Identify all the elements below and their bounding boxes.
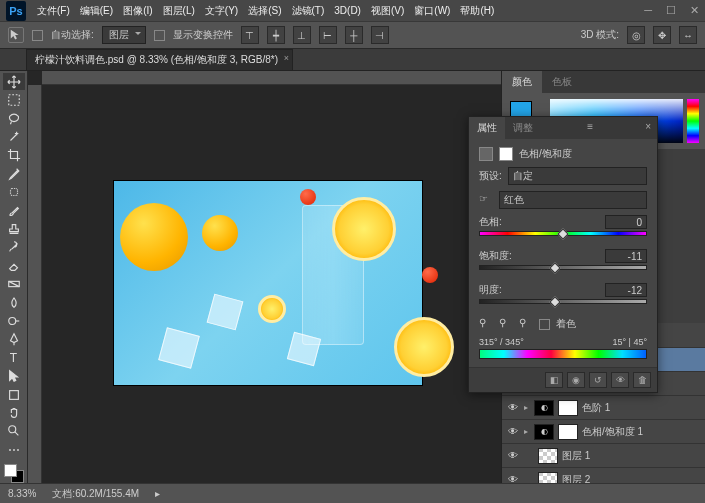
menu-layer[interactable]: 图层(L) xyxy=(158,4,200,18)
mode-3d-label: 3D 模式: xyxy=(581,28,619,42)
menu-3d[interactable]: 3D(D) xyxy=(329,5,366,16)
menu-edit[interactable]: 编辑(E) xyxy=(75,4,118,18)
align-vcenter-icon[interactable]: ┿ xyxy=(267,26,285,44)
svg-point-5 xyxy=(8,426,15,433)
range-gradient[interactable] xyxy=(479,349,647,359)
delete-adjustment-icon[interactable]: 🗑 xyxy=(633,372,651,388)
color-wells[interactable] xyxy=(4,464,24,483)
clip-to-layer-icon[interactable]: ◧ xyxy=(545,372,563,388)
menu-help[interactable]: 帮助(H) xyxy=(455,4,499,18)
3d-pan-icon[interactable]: ✥ xyxy=(653,26,671,44)
eyedropper-tool[interactable] xyxy=(3,165,25,182)
show-transform-check[interactable] xyxy=(154,30,165,41)
menu-view[interactable]: 视图(V) xyxy=(366,4,409,18)
menu-file[interactable]: 文件(F) xyxy=(32,4,75,18)
sat-value[interactable]: -11 xyxy=(605,249,647,263)
path-select-tool[interactable] xyxy=(3,368,25,385)
menu-window[interactable]: 窗口(W) xyxy=(409,4,455,18)
align-top-icon[interactable]: ⊤ xyxy=(241,26,259,44)
menu-filter[interactable]: 滤镜(T) xyxy=(287,4,330,18)
status-arrow-icon[interactable]: ▸ xyxy=(155,488,160,499)
window-maximize-icon[interactable]: ☐ xyxy=(666,4,676,17)
collapse-arrow-icon[interactable]: ▸ xyxy=(524,427,528,436)
move-tool-icon[interactable] xyxy=(8,27,24,43)
finger-icon[interactable]: ☞ xyxy=(479,193,493,207)
dodge-tool[interactable] xyxy=(3,312,25,329)
marquee-tool[interactable] xyxy=(3,91,25,108)
menu-image[interactable]: 图像(I) xyxy=(118,4,157,18)
lasso-tool[interactable] xyxy=(3,110,25,127)
layer-row[interactable]: 👁▸◐色阶 1 xyxy=(502,396,705,420)
crop-tool[interactable] xyxy=(3,147,25,164)
tab-swatches[interactable]: 色板 xyxy=(542,71,582,93)
canvas-image xyxy=(394,317,454,377)
eyedropper-plus-icon[interactable]: ⚲ xyxy=(499,317,513,331)
blur-tool[interactable] xyxy=(3,294,25,311)
reset-icon[interactable]: ↺ xyxy=(589,372,607,388)
close-tab-icon[interactable]: × xyxy=(284,53,289,63)
hue-slider[interactable] xyxy=(479,231,647,241)
window-minimize-icon[interactable]: ─ xyxy=(644,4,652,17)
window-close-icon[interactable]: ✕ xyxy=(690,4,699,17)
visibility-eye-icon[interactable]: 👁 xyxy=(506,426,520,437)
stamp-tool[interactable] xyxy=(3,220,25,237)
panel-close-icon[interactable]: × xyxy=(639,117,657,139)
status-bar: 8.33% 文档:60.2M/155.4M ▸ xyxy=(0,483,705,503)
visibility-eye-icon[interactable]: 👁 xyxy=(506,450,520,461)
collapse-arrow-icon[interactable]: ▸ xyxy=(524,403,528,412)
layer-row[interactable]: 👁图层 1 xyxy=(502,444,705,468)
menu-type[interactable]: 文字(Y) xyxy=(200,4,243,18)
type-tool[interactable]: T xyxy=(3,349,25,366)
move-tool[interactable] xyxy=(3,73,25,90)
channel-dropdown[interactable]: 红色 xyxy=(499,191,647,209)
properties-panel: 属性 调整 ≡ × 色相/饱和度 预设: 自定 ☞ 红色 色相:0 饱和度:-1… xyxy=(468,116,658,393)
hue-label: 色相: xyxy=(479,215,502,229)
zoom-tool[interactable] xyxy=(3,423,25,440)
panel-menu-icon[interactable]: ≡ xyxy=(581,117,599,139)
brush-tool[interactable] xyxy=(3,202,25,219)
eyedropper-minus-icon[interactable]: ⚲ xyxy=(519,317,533,331)
layer-row[interactable]: 👁▸◐色相/饱和度 1 xyxy=(502,420,705,444)
canvas-area[interactable] xyxy=(28,71,501,483)
tab-color[interactable]: 颜色 xyxy=(502,71,542,93)
menu-select[interactable]: 选择(S) xyxy=(243,4,286,18)
preset-dropdown[interactable]: 自定 xyxy=(508,167,647,185)
pen-tool[interactable] xyxy=(3,331,25,348)
tab-adjustments[interactable]: 调整 xyxy=(505,117,541,139)
eyedropper-icon[interactable]: ⚲ xyxy=(479,317,493,331)
history-brush-tool[interactable] xyxy=(3,239,25,256)
light-slider[interactable] xyxy=(479,299,647,309)
edit-toolbar-icon[interactable]: ⋯ xyxy=(3,441,25,458)
visibility-eye-icon[interactable]: 👁 xyxy=(506,402,520,413)
align-bottom-icon[interactable]: ⊥ xyxy=(293,26,311,44)
auto-select-check[interactable] xyxy=(32,30,43,41)
tab-properties[interactable]: 属性 xyxy=(469,117,505,139)
ruler-vertical[interactable] xyxy=(28,85,42,483)
toggle-visibility-icon[interactable]: 👁 xyxy=(611,372,629,388)
align-right-icon[interactable]: ⊣ xyxy=(371,26,389,44)
previous-state-icon[interactable]: ◉ xyxy=(567,372,585,388)
eraser-tool[interactable] xyxy=(3,257,25,274)
ruler-horizontal[interactable] xyxy=(42,71,501,85)
light-value[interactable]: -12 xyxy=(605,283,647,297)
gradient-tool[interactable] xyxy=(3,275,25,292)
colorize-check[interactable] xyxy=(539,319,550,330)
auto-select-dropdown[interactable]: 图层 xyxy=(102,26,146,44)
wand-tool[interactable] xyxy=(3,128,25,145)
align-hcenter-icon[interactable]: ┼ xyxy=(345,26,363,44)
sat-slider[interactable] xyxy=(479,265,647,275)
heal-tool[interactable] xyxy=(3,183,25,200)
hue-value[interactable]: 0 xyxy=(605,215,647,229)
3d-orbit-icon[interactable]: ◎ xyxy=(627,26,645,44)
document-canvas[interactable] xyxy=(114,181,422,385)
3d-slide-icon[interactable]: ↔ xyxy=(679,26,697,44)
hue-strip[interactable] xyxy=(687,99,699,143)
document-tab[interactable]: 柠檬汁饮料调色.psd @ 8.33% (色相/饱和度 3, RGB/8*) × xyxy=(26,49,293,70)
preset-label: 预设: xyxy=(479,169,502,183)
range-right: 15° | 45° xyxy=(612,337,647,347)
zoom-level[interactable]: 8.33% xyxy=(8,488,36,499)
hand-tool[interactable] xyxy=(3,404,25,421)
shape-tool[interactable] xyxy=(3,386,25,403)
align-left-icon[interactable]: ⊢ xyxy=(319,26,337,44)
toolbox: T ⋯ xyxy=(0,71,28,483)
